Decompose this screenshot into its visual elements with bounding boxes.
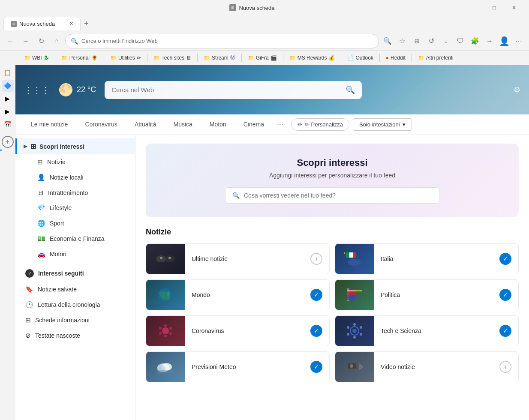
weather-widget: 🌕 22 °C xyxy=(58,83,96,97)
history-button[interactable]: ↺ xyxy=(424,34,438,48)
profile-button[interactable]: 👤 xyxy=(497,34,511,48)
bookmark-msrewards[interactable]: 📁 MS Rewards 💰 xyxy=(286,54,339,62)
bookmark-techsites[interactable]: 📁 Tech sites 🖥 xyxy=(150,54,195,62)
extensions-button[interactable]: 🧩 xyxy=(468,34,482,48)
intrattenimento-icon: 🖥 xyxy=(37,189,44,196)
tab-musica[interactable]: Musica xyxy=(165,116,201,134)
weather-temperature: 22 °C xyxy=(77,85,96,94)
hero-search-box[interactable]: 🔍 xyxy=(105,81,362,99)
active-tab[interactable]: ⊞ Nuova scheda ✕ xyxy=(3,17,81,30)
weather-icon: 🌕 xyxy=(58,83,73,97)
italia-check-button[interactable]: ✓ xyxy=(499,253,511,265)
sidebar-item-notizie[interactable]: ⊞ Notizie xyxy=(15,154,135,170)
collections-button[interactable]: ⊕ xyxy=(410,34,424,48)
hero-search-button[interactable]: 🔍 xyxy=(346,85,355,95)
news-card-mondo[interactable]: Mondo ✓ xyxy=(146,279,330,310)
ban-icon: ⊘ xyxy=(25,332,31,339)
news-card-coronavirus[interactable]: Coronavirus ✓ xyxy=(146,315,330,346)
sidebar-item-motori[interactable]: 🚗 Motori xyxy=(15,246,135,262)
back-button[interactable]: ← xyxy=(3,34,17,48)
discover-card-title: Scopri interessi xyxy=(156,157,508,168)
svg-point-26 xyxy=(360,333,362,336)
view-dropdown[interactable]: Solo intestazioni ▾ xyxy=(353,118,412,131)
svg-marker-35 xyxy=(359,363,364,370)
svg-point-21 xyxy=(169,332,172,335)
discover-card-subtitle: Aggiungi interessi per personalizzare il… xyxy=(156,172,508,179)
news-card-italia[interactable]: Italia ✓ xyxy=(335,243,519,274)
svg-point-15 xyxy=(162,327,169,334)
zoom-button[interactable]: 🔍 xyxy=(381,34,394,48)
sidebar-discover-label: Scopri interessi xyxy=(39,143,84,150)
news-section: Notizie Ultime no xyxy=(146,228,519,382)
address-bar[interactable]: 🔍 Cerca o immetti l'indirizzo Web xyxy=(65,34,379,48)
sidebar-item-notizie-salvate[interactable]: 🔖 Notizie salvate xyxy=(15,282,135,297)
tab-close-icon[interactable]: ✕ xyxy=(69,21,73,27)
minimize-button[interactable]: — xyxy=(465,1,484,15)
sidebar-item-interessi-seguiti[interactable]: ✓ Interessi seguiti xyxy=(15,265,135,282)
svg-point-2 xyxy=(160,257,162,259)
sidebar-item-lifestyle[interactable]: 💎 Lifestyle xyxy=(15,200,135,216)
refresh-button[interactable]: ↻ xyxy=(34,34,48,48)
discover-icon: ⊞ xyxy=(30,142,36,150)
meteo-check-button[interactable]: ✓ xyxy=(310,361,322,373)
video-add-button[interactable]: + xyxy=(499,361,511,373)
ultime-notizie-add-button[interactable]: + xyxy=(310,253,322,265)
tech-check-button[interactable]: ✓ xyxy=(499,325,511,337)
bookmark-gifra[interactable]: 📁 GiFra 🎬 xyxy=(244,54,280,62)
tab-icon: ⊞ xyxy=(229,4,236,11)
sidebar-item-testate-nascoste[interactable]: ⊘ Testate nascoste xyxy=(15,328,135,343)
tab-more[interactable]: ··· xyxy=(273,114,288,135)
browser-essentials-button[interactable]: 🛡 xyxy=(454,34,467,48)
news-card-meteo[interactable]: Previsioni Meteo ✓ xyxy=(146,351,330,382)
tab-cinema[interactable]: Cinema xyxy=(235,116,273,134)
svg-rect-7 xyxy=(344,252,345,254)
sidebar-item-intrattenimento[interactable]: 🖥 Intrattenimento xyxy=(15,185,135,200)
tab-le-mie-notizie[interactable]: Le mie notizie xyxy=(22,116,76,134)
bookmark-altri[interactable]: 📁 Altri preferiti xyxy=(415,54,457,62)
more-button[interactable]: ⋯ xyxy=(512,34,526,48)
politica-check-button[interactable]: ✓ xyxy=(499,289,511,301)
tab-motori[interactable]: Motori xyxy=(201,116,235,134)
sidebar-item-lettura-cronologia[interactable]: 🕐 Lettura della cronologia xyxy=(15,297,135,312)
news-thumb-politica xyxy=(335,280,374,310)
forward-nav-button[interactable]: → xyxy=(483,34,496,48)
settings-icon[interactable]: ⚙ xyxy=(514,85,520,95)
bookmark-wbi[interactable]: 📁 WBI 🐉 xyxy=(21,54,52,62)
sidebar-item-economia[interactable]: 💵 Economia e Finanza xyxy=(15,231,135,246)
mondo-check-button[interactable]: ✓ xyxy=(310,289,322,301)
favorites-button[interactable]: ☆ xyxy=(395,34,409,48)
sidebar-item-notizie-locali[interactable]: 👤 Notizie locali xyxy=(15,170,135,185)
discover-search-input[interactable] xyxy=(244,192,432,199)
svg-point-3 xyxy=(168,257,171,259)
economia-icon: 💵 xyxy=(37,235,45,243)
hero-search-input[interactable] xyxy=(111,86,341,93)
tab-attualita[interactable]: Attualità xyxy=(126,116,165,134)
close-button[interactable]: ✕ xyxy=(504,1,524,15)
svg-rect-33 xyxy=(157,370,174,374)
new-tab-button[interactable]: + xyxy=(81,19,92,28)
bookmark-utilities[interactable]: 📁 Utilities ✏ xyxy=(107,54,144,62)
home-button[interactable]: ⌂ xyxy=(50,34,63,48)
sidebar-item-sport[interactable]: 🌐 Sport xyxy=(15,216,135,231)
bookmark-stream[interactable]: 📁 Stream Ⓜ xyxy=(200,53,239,62)
news-card-ultime-notizie[interactable]: Ultime notizie + xyxy=(146,243,330,274)
personalize-button[interactable]: ✏ ✏ Personalizza xyxy=(291,118,349,131)
tab-coronavirus[interactable]: Coronavirus xyxy=(76,116,126,134)
news-card-video[interactable]: Video notizie + xyxy=(335,351,519,382)
svg-point-19 xyxy=(169,327,172,330)
maximize-button[interactable]: □ xyxy=(484,1,504,15)
downloads-button[interactable]: ↓ xyxy=(439,34,453,48)
news-card-politica[interactable]: Politica ✓ xyxy=(335,279,519,310)
discover-search-box[interactable]: 🔍 xyxy=(225,187,439,204)
apps-grid-icon[interactable]: ⋮⋮⋮ xyxy=(24,85,50,95)
bookmark-personal[interactable]: 📁 Personal 🌻 xyxy=(58,54,101,62)
news-card-tech[interactable]: Tech e Scienza ✓ xyxy=(335,315,519,346)
bookmark-reddit[interactable]: ● Reddit xyxy=(382,54,409,62)
bookmark-outlook[interactable]: 📄 Outlook xyxy=(344,54,376,62)
title-bar: ⊞ Nuova scheda — □ ✕ xyxy=(0,0,529,15)
forward-button[interactable]: → xyxy=(19,34,33,48)
sidebar-item-schede-informazioni[interactable]: ⊞ Schede informazioni xyxy=(15,312,135,328)
coronavirus-check-button[interactable]: ✓ xyxy=(310,325,322,337)
sidebar-item-discover[interactable]: ▶ ⊞ Scopri interessi xyxy=(15,138,135,154)
bookmark-separator-4 xyxy=(197,54,198,62)
